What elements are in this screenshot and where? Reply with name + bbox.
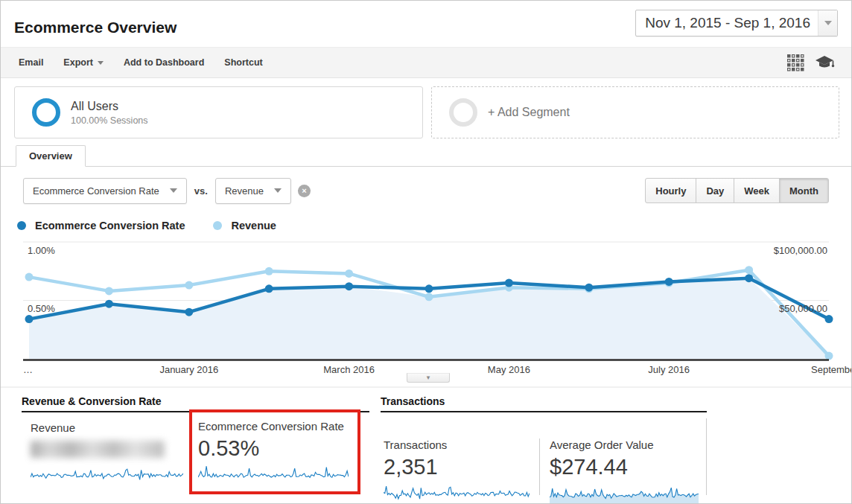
legend-item: Ecommerce Conversion Rate [17,220,185,232]
chart-legend: Ecommerce Conversion Rate Revenue [17,220,305,232]
annotations-expander-button[interactable]: ▾ [407,373,450,383]
svg-text:September 2016: September 2016 [811,364,852,375]
svg-text:0.50%: 0.50% [28,303,55,314]
legend-label: Revenue [231,220,276,232]
scorecard-transactions: Transactions 2,351 [381,438,539,495]
analytics-report-page: Ecommerce Overview Nov 1, 2015 - Sep 1, … [0,0,852,504]
vs-label: vs. [194,185,208,197]
scorecard-value: 2,351 [384,455,539,479]
add-to-dashboard-button[interactable]: Add to Dashboard [124,57,204,68]
revenue-conversion-section: Revenue & Conversion Rate Revenue Ecomme… [22,395,369,412]
scorecard-label: Ecommerce Conversion Rate [198,420,352,433]
segment-donut-icon [449,98,477,127]
email-button[interactable]: Email [19,57,43,68]
granularity-day-button[interactable]: Day [696,178,734,203]
revenue-value-redacted [31,441,165,458]
svg-text:$100,000.00: $100,000.00 [774,245,827,256]
chevron-down-icon [824,21,832,25]
segments-bar: All Users 100.00% Sessions + Add Segment [1,78,851,145]
chevron-down-icon [274,188,282,193]
segment-all-users[interactable]: All Users 100.00% Sessions [14,86,423,138]
trend-chart: 1.00%0.50%$100,000.00$50,000.00…January … [1,237,852,379]
report-header: Ecommerce Overview Nov 1, 2015 - Sep 1, … [1,1,851,47]
tab-overview[interactable]: Overview [16,145,86,167]
report-tabbar: Overview [1,145,851,167]
metric-controls: Ecommerce Conversion Rate vs. Revenue × … [23,177,829,204]
secondary-metric-label: Revenue [225,185,264,197]
svg-text:January 2016: January 2016 [159,364,218,375]
export-button[interactable]: Export [63,57,104,68]
section-title: Transactions [381,395,707,412]
svg-text:July 2016: July 2016 [648,364,690,375]
granularity-hourly-button[interactable]: Hourly [645,178,696,203]
svg-text:May 2016: May 2016 [488,364,530,375]
highlight-red-box: Ecommerce Conversion Rate 0.53% [189,409,360,494]
export-label: Export [63,57,93,68]
scorecard-value: 0.53% [198,436,352,461]
chevron-down-icon [170,188,177,193]
svg-text:March 2016: March 2016 [323,364,375,375]
granularity-month-button[interactable]: Month [779,178,829,203]
legend-dot-icon [17,221,26,230]
segment-subtitle: 100.00% Sessions [71,115,148,126]
action-toolbar: Email Export Add to Dashboard Shortcut [1,47,851,78]
scorecard-value: $274.44 [550,455,706,479]
date-range-caret-zone[interactable] [818,10,837,36]
scorecard-label: Average Order Value [550,438,706,451]
add-segment-label: + Add Segment [488,106,570,119]
remove-metric-close-icon[interactable]: × [298,185,311,197]
primary-metric-dropdown[interactable]: Ecommerce Conversion Rate [23,178,187,204]
chevron-down-icon [98,61,104,65]
primary-metric-label: Ecommerce Conversion Rate [33,185,159,197]
trend-chart-svg: 1.00%0.50%$100,000.00$50,000.00…January … [1,237,852,379]
segment-donut-icon [32,98,60,127]
date-range-selector[interactable]: Nov 1, 2015 - Sep 1, 2016 [635,10,838,36]
time-granularity-group: Hourly Day Week Month [645,178,829,203]
legend-item: Revenue [213,220,276,232]
section-divider [1,386,851,388]
granularity-week-button[interactable]: Week [734,178,780,203]
svg-text:…: … [23,364,33,375]
secondary-metric-dropdown[interactable]: Revenue [215,178,291,204]
sparkline [31,463,183,484]
scorecard-revenue: Revenue [31,421,191,484]
shortcut-button[interactable]: Shortcut [224,57,262,68]
transactions-section: Transactions Transactions 2,351 Average … [381,395,707,495]
add-segment-button[interactable]: + Add Segment [431,86,839,138]
date-range-text: Nov 1, 2015 - Sep 1, 2016 [636,15,818,31]
sparkline [550,482,699,504]
scorecard-label: Revenue [31,421,191,434]
toolbar-icons [786,54,835,71]
svg-text:$50,000.00: $50,000.00 [779,303,827,314]
legend-dot-icon [213,221,222,230]
scorecard-average-order-value: Average Order Value $274.44 [539,438,706,495]
segment-title: All Users [71,100,148,113]
legend-label: Ecommerce Conversion Rate [35,220,185,232]
scorecard-label: Transactions [384,438,539,451]
sparkline [384,482,530,503]
transactions-cards-row: Transactions 2,351 Average Order Value $… [381,418,707,495]
chevron-down-icon: ▾ [427,374,430,381]
page-title: Ecommerce Overview [14,19,177,36]
apps-grid-icon[interactable] [786,54,804,71]
svg-text:1.00%: 1.00% [28,245,55,256]
sparkline [198,463,349,484]
graduation-cap-icon[interactable] [815,55,835,70]
